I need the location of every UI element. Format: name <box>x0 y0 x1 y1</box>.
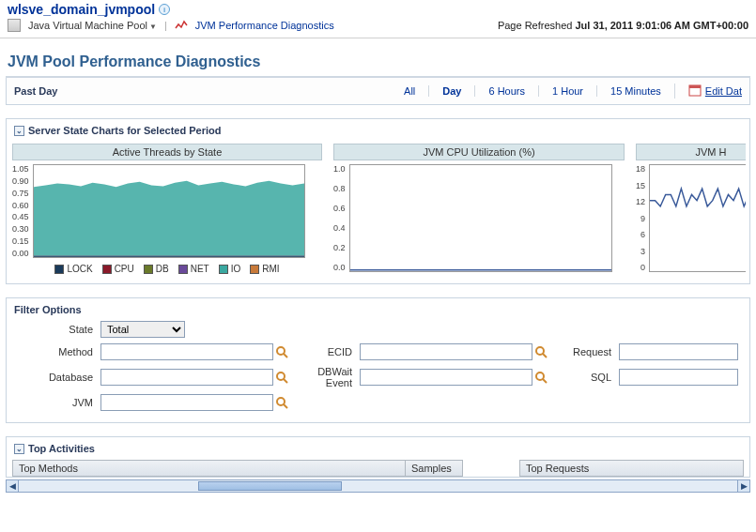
svg-line-11 <box>543 354 547 357</box>
jvm-pool-icon <box>8 19 21 32</box>
info-icon[interactable]: i <box>159 4 170 15</box>
range-15min[interactable]: 15 Minutes <box>596 85 674 97</box>
chart-title: Active Threads by State <box>12 144 322 160</box>
search-icon[interactable] <box>534 371 548 384</box>
label-method: Method <box>18 346 93 357</box>
search-icon[interactable] <box>275 371 288 384</box>
range-all[interactable]: All <box>391 85 428 97</box>
calendar-icon <box>688 84 702 99</box>
swatch-cpu <box>102 265 112 274</box>
search-icon[interactable] <box>275 345 288 358</box>
swatch-rmi <box>250 265 259 274</box>
y-axis-ticks: 1.050.900.750.600.450.300.150.00 <box>12 164 33 258</box>
range-1hour[interactable]: 1 Hour <box>538 85 596 97</box>
top-activities-section: ⌄ Top Activities Top Methods Samples Top… <box>6 436 750 478</box>
scroll-track[interactable] <box>19 479 737 493</box>
chevron-down-icon: ▼ <box>149 23 157 31</box>
top-requests-table: Top Requests <box>519 460 744 477</box>
svg-point-12 <box>277 372 285 380</box>
header-bar: wlsve_domain_jvmpool i Java Virtual Mach… <box>0 0 756 38</box>
dbwait-input[interactable] <box>360 369 532 386</box>
plot-area <box>33 164 305 258</box>
edit-date-link[interactable]: Edit Dat <box>674 84 742 99</box>
chart-active-threads: Active Threads by State 1.050.900.750.60… <box>12 144 322 274</box>
chart-title: JVM CPU Utilization (%) <box>333 144 625 160</box>
section-title: Filter Options <box>14 304 82 315</box>
database-input[interactable] <box>100 369 273 386</box>
ecid-input[interactable] <box>360 343 532 360</box>
range-day[interactable]: Day <box>428 85 474 97</box>
svg-point-14 <box>536 372 544 380</box>
scroll-right-button[interactable]: ▶ <box>737 479 750 493</box>
server-state-charts-section: ⌄ Server State Charts for Selected Perio… <box>6 118 750 284</box>
svg-point-16 <box>277 398 285 405</box>
time-range-bar: Past Day All Day 6 Hours 1 Hour 15 Minut… <box>6 78 750 105</box>
legend: LOCK CPU DB NET IO RMI <box>12 264 322 274</box>
col-top-methods: Top Methods <box>13 461 406 476</box>
label-state: State <box>18 324 93 335</box>
chart-title: JVM H <box>636 144 746 160</box>
swatch-db <box>144 265 153 274</box>
col-top-requests: Top Requests <box>520 461 743 476</box>
page-title: JVM Pool Performance Diagnostics <box>6 50 750 78</box>
swatch-lock <box>54 265 64 274</box>
diagnostics-icon <box>175 19 188 32</box>
label-sql: SQL <box>555 372 611 383</box>
sql-input[interactable] <box>619 369 738 386</box>
jvm-pool-menu[interactable]: Java Virtual Machine Pool▼ <box>28 20 157 31</box>
svg-point-8 <box>277 347 285 355</box>
col-samples: Samples <box>406 461 462 476</box>
collapse-icon[interactable]: ⌄ <box>14 444 24 454</box>
past-day-label: Past Day <box>14 85 57 97</box>
svg-rect-1 <box>689 85 701 88</box>
section-title: Top Activities <box>28 443 95 454</box>
section-title: Server State Charts for Selected Period <box>28 125 221 136</box>
collapse-icon[interactable]: ⌄ <box>14 126 24 136</box>
svg-point-10 <box>536 347 544 355</box>
label-ecid: ECID <box>296 346 352 357</box>
search-icon[interactable] <box>534 345 548 358</box>
chart-cpu-util: JVM CPU Utilization (%) 1.00.80.60.40.20… <box>333 144 625 274</box>
breadcrumb: JVM Performance Diagnostics <box>195 20 334 31</box>
filter-options-section: Filter Options State Total Method ECID R… <box>6 297 750 423</box>
svg-line-13 <box>284 379 287 383</box>
label-database: Database <box>18 372 93 383</box>
svg-line-15 <box>543 379 547 383</box>
request-input[interactable] <box>619 343 738 360</box>
y-axis-ticks: 1815129630 <box>636 164 649 272</box>
chart-heap: JVM H 1815129630 <box>636 144 746 274</box>
state-select[interactable]: Total <box>100 321 185 338</box>
swatch-net <box>178 265 188 274</box>
method-input[interactable] <box>100 343 273 360</box>
top-methods-table: Top Methods Samples <box>12 460 463 477</box>
swatch-io <box>219 265 228 274</box>
plot-area <box>649 164 746 272</box>
page-refresh-text: Page Refreshed Jul 31, 2011 9:01:06 AM G… <box>498 20 748 31</box>
label-jvm: JVM <box>18 397 93 408</box>
y-axis-ticks: 1.00.80.60.40.20.0 <box>333 164 349 272</box>
search-icon[interactable] <box>275 396 288 409</box>
jvm-input[interactable] <box>100 394 273 411</box>
label-request: Request <box>555 346 611 357</box>
horizontal-scrollbar[interactable]: ◀ ▶ <box>6 479 750 493</box>
svg-line-9 <box>284 354 287 357</box>
label-dbwait: DBWait Event <box>296 366 352 388</box>
plot-area <box>349 164 612 272</box>
scroll-thumb[interactable] <box>198 481 342 491</box>
divider: | <box>164 20 167 31</box>
range-6hours[interactable]: 6 Hours <box>474 85 538 97</box>
svg-line-17 <box>284 404 287 408</box>
svg-marker-7 <box>34 181 304 188</box>
domain-title-link[interactable]: wlsve_domain_jvmpool <box>8 2 155 17</box>
scroll-left-button[interactable]: ◀ <box>6 479 19 493</box>
